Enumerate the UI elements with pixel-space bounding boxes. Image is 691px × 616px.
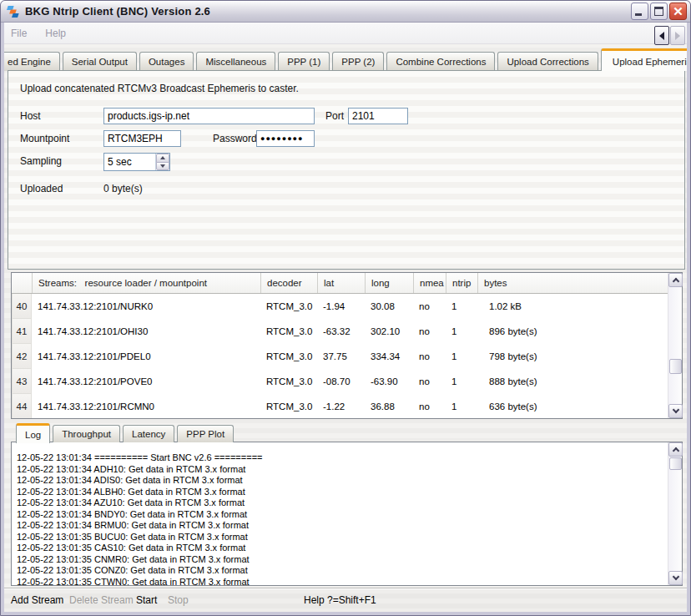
cell-decoder: RTCM_3.0 [260,394,317,418]
host-label: Host [20,110,41,122]
tab-scroll-right-button[interactable] [670,26,685,45]
uploaded-label: Uploaded [20,183,63,194]
log-output[interactable]: 12-05-22 13:01:34 ========== Start BNC v… [12,442,668,585]
scrollbar-thumb[interactable] [669,359,682,374]
header-stream[interactable]: Streams: resource loader / mountpoint [32,273,260,293]
row-number: 40 [12,294,32,319]
tab-upload-ephemeris[interactable]: Upload Ephemeris [601,48,687,71]
left-arrow-icon [655,32,664,40]
log-line: 12-05-22 13:01:34 AZU10: Get data in RTC… [17,497,668,509]
row-number: 44 [12,394,32,418]
upload-ephemeris-panel: Upload concatenated RTCMv3 Broadcast Eph… [8,70,685,270]
streams-table: Streams: resource loader / mountpoint de… [11,272,683,419]
header-decoder[interactable]: decoder [260,273,317,293]
header-ntrip[interactable]: ntrip [446,273,477,293]
tab-serial-output[interactable]: Serial Output [63,52,137,71]
log-tab-ppp-plot[interactable]: PPP Plot [177,425,234,442]
sampling-label: Sampling [20,155,62,167]
mountpoint-input[interactable] [103,130,181,147]
sampling-down-button[interactable] [156,162,169,171]
scroll-down-button[interactable] [668,571,683,585]
tab-scrollers [654,26,685,45]
port-label: Port [325,110,344,122]
maximize-button[interactable] [650,3,668,20]
up-arrow-icon [672,447,678,454]
add-stream-button[interactable]: Add Stream [11,594,63,606]
sampling-up-button[interactable] [156,154,169,163]
log-line: 12-05-22 13:01:35 CONZ0: Get data in RTC… [17,565,668,577]
header-lat[interactable]: lat [317,273,365,293]
start-button[interactable]: Start [136,594,157,606]
tab-miscellaneous[interactable]: Miscellaneous [196,52,275,71]
log-tab-throughput[interactable]: Throughput [53,425,120,442]
port-input[interactable] [348,108,408,124]
tab-ed-engine[interactable]: ed Engine [4,52,60,71]
cell-decoder: RTCM_3.0 [260,294,317,319]
tab-outages[interactable]: Outages [139,52,194,71]
minimize-button[interactable] [631,3,648,20]
scrollbar-thumb[interactable] [669,457,682,470]
tab-label: Serial Output [72,57,128,67]
log-line: 12-05-22 13:01:34 BRMU0: Get data in RTC… [17,520,668,532]
log-scrollbar[interactable] [668,442,682,585]
menu-bar: File Help [4,23,687,44]
mountpoint-label: Mountpoint [20,133,69,144]
cell-stream: 141.74.33.12:2101/RCMN0 [32,394,260,418]
delete-stream-button[interactable]: Delete Stream [69,594,134,606]
header-gutter [12,273,32,293]
cell-nmea: no [413,294,446,319]
sampling-spinner[interactable]: 5 sec [103,153,170,171]
host-input[interactable] [103,108,315,124]
tab-label: Miscellaneous [205,57,266,67]
tab-ppp-1[interactable]: PPP (1) [278,52,330,71]
cell-ntrip: 1 [446,394,477,418]
close-button[interactable]: ✕ [669,3,687,20]
sampling-value: 5 sec [104,154,155,170]
tab-label: PPP (2) [341,57,375,67]
menu-file[interactable]: File [11,28,27,39]
header-bytes[interactable]: bytes [477,273,668,293]
tab-ppp-2[interactable]: PPP (2) [332,52,384,71]
table-row[interactable]: 41 141.74.33.12:2101/OHI30 RTCM_3.0 -63.… [12,319,668,344]
cell-ntrip: 1 [446,319,477,344]
cell-lat: -08.70 [317,369,365,394]
scroll-down-button[interactable] [668,404,683,418]
app-window: BKG Ntrip Client (BNC) Version 2.6 ✕ Fil… [0,0,691,616]
table-row[interactable]: 43 141.74.33.12:2101/POVE0 RTCM_3.0 -08.… [12,369,668,394]
cell-long: 30.08 [365,294,413,319]
scroll-up-button[interactable] [668,442,683,457]
tab-scroll-left-button[interactable] [654,26,669,45]
bottom-action-bar: Help ?=Shift+F1 Add StreamDelete StreamS… [4,588,687,612]
password-input[interactable] [256,130,315,147]
log-tab-latency[interactable]: Latency [123,425,174,442]
app-icon [6,4,21,19]
table-row[interactable]: 44 141.74.33.12:2101/RCMN0 RTCM_3.0 -1.2… [12,394,668,418]
cell-nmea: no [413,369,446,394]
cell-bytes: 636 byte(s) [477,394,668,418]
log-line: 12-05-22 13:01:35 CNMR0: Get data in RTC… [17,554,668,566]
password-label: Password [213,133,257,144]
table-row[interactable]: 40 141.74.33.12:2101/NURK0 RTCM_3.0 -1.9… [12,294,668,319]
stop-button[interactable]: Stop [168,594,189,606]
client-area: File Help ed EngineSerial OutputOutagesM… [4,23,687,612]
log-line: 12-05-22 13:01:35 BUCU0: Get data in RTC… [17,532,668,543]
header-long[interactable]: long [365,273,413,293]
menu-help[interactable]: Help [45,28,66,39]
title-bar[interactable]: BKG Ntrip Client (BNC) Version 2.6 ✕ [1,1,690,23]
down-arrow-icon [672,573,678,580]
log-panel: 12-05-22 13:01:34 ========== Start BNC v… [11,442,683,586]
table-row[interactable]: 42 141.74.33.12:2101/PDEL0 RTCM_3.0 37.7… [12,344,668,369]
streams-scrollbar[interactable] [668,273,682,418]
tab-upload-corrections[interactable]: Upload Corrections [497,52,598,71]
tab-combine-corrections[interactable]: Combine Corrections [386,52,495,71]
log-tab-log[interactable]: Log [16,423,50,443]
log-line: 12-05-22 13:01:34 BNDY0: Get data in RTC… [17,509,668,521]
header-nmea[interactable]: nmea [413,273,446,293]
minimize-icon [635,13,642,16]
scroll-up-button[interactable] [668,273,683,287]
cell-lat: 37.75 [317,344,365,369]
streams-table-header: Streams: resource loader / mountpoint de… [12,273,668,294]
row-number: 43 [12,369,32,394]
cell-long: 36.88 [365,394,413,418]
cell-nmea: no [413,394,446,418]
